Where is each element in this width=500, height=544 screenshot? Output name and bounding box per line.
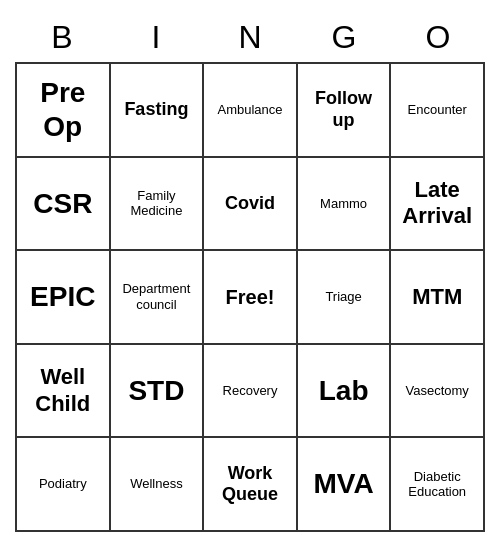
bingo-cell: Covid — [204, 158, 298, 252]
bingo-cell: Well Child — [17, 345, 111, 439]
cell-text: STD — [128, 374, 184, 408]
bingo-card: BINGO Pre OpFastingAmbulanceFollow upEnc… — [15, 12, 485, 532]
header-letter: B — [15, 12, 109, 62]
bingo-grid: Pre OpFastingAmbulanceFollow upEncounter… — [15, 62, 485, 532]
cell-text: MVA — [314, 467, 374, 501]
cell-text: Podiatry — [39, 476, 87, 492]
bingo-cell: CSR — [17, 158, 111, 252]
bingo-cell: Encounter — [391, 64, 485, 158]
cell-text: Work Queue — [208, 463, 292, 506]
bingo-cell: Podiatry — [17, 438, 111, 532]
bingo-cell: Follow up — [298, 64, 392, 158]
cell-text: Ambulance — [217, 102, 282, 118]
cell-text: Recovery — [223, 383, 278, 399]
bingo-cell: Ambulance — [204, 64, 298, 158]
bingo-cell: MVA — [298, 438, 392, 532]
bingo-cell: EPIC — [17, 251, 111, 345]
cell-text: Department council — [115, 281, 199, 312]
bingo-cell: MTM — [391, 251, 485, 345]
header-letter: G — [297, 12, 391, 62]
bingo-cell: Late Arrival — [391, 158, 485, 252]
bingo-cell: Department council — [111, 251, 205, 345]
cell-text: Diabetic Education — [395, 469, 479, 500]
bingo-cell: Wellness — [111, 438, 205, 532]
cell-text: Pre Op — [21, 76, 105, 143]
bingo-cell: Work Queue — [204, 438, 298, 532]
bingo-cell: Free! — [204, 251, 298, 345]
cell-text: CSR — [33, 187, 92, 221]
header-letter: I — [109, 12, 203, 62]
cell-text: Vasectomy — [406, 383, 469, 399]
cell-text: Wellness — [130, 476, 183, 492]
bingo-cell: Triage — [298, 251, 392, 345]
cell-text: MTM — [412, 284, 462, 310]
cell-text: Triage — [325, 289, 361, 305]
cell-text: EPIC — [30, 280, 95, 314]
cell-text: Follow up — [302, 88, 386, 131]
cell-text: Fasting — [124, 99, 188, 121]
bingo-cell: Family Medicine — [111, 158, 205, 252]
cell-text: Family Medicine — [115, 188, 199, 219]
bingo-cell: STD — [111, 345, 205, 439]
cell-text: Well Child — [21, 364, 105, 417]
cell-text: Mammo — [320, 196, 367, 212]
cell-text: Encounter — [408, 102, 467, 118]
bingo-cell: Fasting — [111, 64, 205, 158]
bingo-cell: Mammo — [298, 158, 392, 252]
cell-text: Lab — [319, 374, 369, 408]
header-letter: O — [391, 12, 485, 62]
cell-text: Free! — [226, 285, 275, 309]
cell-text: Late Arrival — [395, 177, 479, 230]
bingo-cell: Lab — [298, 345, 392, 439]
bingo-cell: Recovery — [204, 345, 298, 439]
header-letter: N — [203, 12, 297, 62]
cell-text: Covid — [225, 193, 275, 215]
bingo-cell: Pre Op — [17, 64, 111, 158]
bingo-cell: Vasectomy — [391, 345, 485, 439]
bingo-cell: Diabetic Education — [391, 438, 485, 532]
bingo-header: BINGO — [15, 12, 485, 62]
